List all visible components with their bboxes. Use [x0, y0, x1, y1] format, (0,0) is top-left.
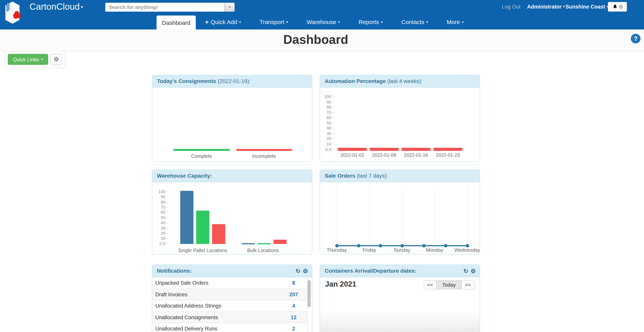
panel-title: Warehouse Capacity:: [152, 170, 312, 182]
nav-item-warehouse[interactable]: Warehouse▾: [297, 14, 349, 29]
gear-icon[interactable]: ⚙: [470, 268, 476, 274]
gear-icon[interactable]: ⚙: [303, 268, 308, 274]
notification-label: Unallocated Consignments: [152, 312, 218, 323]
y-axis-tick: [332, 139, 334, 139]
y-axis-label: 90: [320, 100, 331, 104]
user-menu[interactable]: Administrator▾: [527, 4, 565, 10]
caret-down-icon: ▾: [338, 20, 340, 24]
data-point: [378, 244, 382, 247]
y-axis-tick: [167, 238, 168, 239]
dropdown-arrow-icon: ▼: [228, 5, 231, 9]
nav-item-reports[interactable]: Reports▾: [349, 14, 392, 29]
panel-notifications: Notifications: ↻⚙ Unpacked Sale Orders8D…: [152, 265, 312, 332]
search-dropdown-button[interactable]: ▼: [224, 3, 234, 12]
notification-row[interactable]: Unpacked Sale Orders8: [152, 277, 308, 289]
scrollbar-thumb[interactable]: [308, 280, 311, 307]
help-icon: ?: [634, 35, 638, 42]
panel-automation-percentage: Automation Percentage (last 4 weeks): 10…: [320, 75, 480, 162]
notifications-list: Unpacked Sale Orders8Draft Invoices207Un…: [152, 277, 312, 332]
y-axis-tick: [167, 212, 168, 213]
x-axis-label: Complete: [174, 154, 229, 159]
log-out-link[interactable]: Log Out: [502, 4, 520, 10]
gear-icon: ⚙: [54, 56, 59, 63]
y-axis-tick: [332, 123, 334, 123]
y-axis-label: 40: [320, 126, 331, 131]
gridline: [370, 187, 370, 244]
calendar-body: Jan 2021 << Today >>: [320, 277, 480, 332]
y-axis-tick: [167, 228, 168, 228]
caret-down-icon: ▾: [41, 57, 43, 61]
y-axis-tick: [332, 133, 334, 134]
notification-count: 0: [620, 4, 622, 10]
y-axis-tick: [332, 112, 334, 113]
quick-links-button[interactable]: Quick Links▾: [8, 54, 48, 65]
panel-containers-dates: Containers Arrival/Departure dates: ↻⚙ J…: [320, 265, 480, 332]
y-axis-tick: [332, 128, 334, 129]
bar-red: [212, 224, 225, 244]
cartoncloud-logo[interactable]: [1, 0, 23, 24]
notification-label: Unallocated Delivery Runs: [152, 323, 217, 332]
nav-item-transport[interactable]: Transport▾: [250, 14, 297, 29]
y-axis-label: 70: [320, 110, 331, 115]
gridline: [337, 187, 337, 244]
caret-down-icon: ▾: [81, 5, 83, 9]
refresh-icon[interactable]: ↻: [464, 268, 468, 274]
brand-menu[interactable]: CartonCloud▾: [30, 1, 83, 12]
notification-value: 207: [282, 289, 305, 300]
notification-value: 4: [282, 300, 305, 312]
cartoncloud-dashboard: ▼ Log Out Administrator▾ Sunshine Coast▾…: [0, 0, 644, 332]
calendar-next-button[interactable]: >>: [462, 280, 474, 289]
notifications-bell-button[interactable]: 0: [608, 2, 627, 12]
y-axis-label: 80: [152, 199, 166, 204]
bar-blue: [242, 243, 255, 244]
y-axis-label: 20: [152, 231, 166, 235]
data-point: [444, 244, 447, 247]
notification-value: 8: [282, 277, 305, 289]
bell-icon: [612, 4, 618, 9]
nav-item-more[interactable]: More▾: [437, 14, 473, 29]
panel-title: Containers Arrival/Departure dates: ↻⚙: [320, 265, 480, 277]
page-header: Dashboard ?: [0, 29, 644, 52]
help-button[interactable]: ?: [631, 34, 640, 43]
notification-row[interactable]: Unallocated Delivery Runs2: [152, 323, 308, 332]
consignments-chart: CompleteIncomplete: [152, 88, 312, 161]
bar-series-1: [236, 149, 292, 151]
y-axis-label: 90: [152, 194, 166, 199]
x-axis-tick: [202, 151, 202, 153]
bar: [401, 148, 431, 151]
bar: [338, 148, 367, 151]
y-axis-label: 100: [152, 189, 166, 194]
y-axis-tick: [167, 207, 168, 207]
panel-warehouse-capacity: Warehouse Capacity: 10090807060504030201…: [152, 169, 312, 254]
notifications-body: Unpacked Sale Orders8Draft Invoices207Un…: [152, 277, 312, 332]
notification-value: 12: [282, 312, 305, 323]
panel-title: Sale Orders (last 7 days):: [320, 170, 480, 182]
calendar-month-label: Jan 2021: [325, 280, 356, 289]
dashboard-settings-button[interactable]: ⚙: [50, 54, 62, 65]
nav-item-contacts[interactable]: Contacts▾: [392, 14, 437, 29]
x-axis-label: Single Pallet Locations: [176, 248, 230, 253]
location-menu[interactable]: Sunshine Coast▾: [566, 4, 608, 10]
y-axis-label: 60: [152, 210, 166, 215]
panel-title: Automation Percentage (last 4 weeks):: [320, 75, 480, 88]
y-axis-label: 100: [320, 94, 331, 99]
notification-row[interactable]: Unallocated Address Strings4: [152, 300, 308, 312]
x-axis-tick: [264, 151, 264, 153]
y-axis-label: 60: [320, 115, 331, 120]
page-title: Dashboard: [283, 33, 348, 47]
nav-tab-dashboard[interactable]: Dashboard: [156, 15, 196, 29]
calendar-nav: << Today >>: [424, 280, 474, 289]
y-axis-label: 50: [152, 215, 166, 220]
search-input[interactable]: [105, 3, 224, 12]
nav-item-quick-add[interactable]: +Quick Add▾: [196, 14, 250, 29]
panel-todays-consignments: Today's Consignments (2022-01-19): Compl…: [152, 75, 312, 162]
notification-row[interactable]: Draft Invoices207: [152, 289, 308, 300]
notification-row[interactable]: Unallocated Consignments12: [152, 312, 308, 323]
y-axis-tick: [167, 243, 168, 244]
x-axis-label: Incomplete: [237, 154, 291, 159]
x-axis-label: Bulk Locations: [236, 248, 290, 253]
calendar-today-button[interactable]: Today: [436, 280, 462, 289]
refresh-icon[interactable]: ↻: [296, 268, 300, 274]
y-axis-label: 40: [152, 220, 166, 225]
calendar-prev-button[interactable]: <<: [424, 280, 436, 289]
